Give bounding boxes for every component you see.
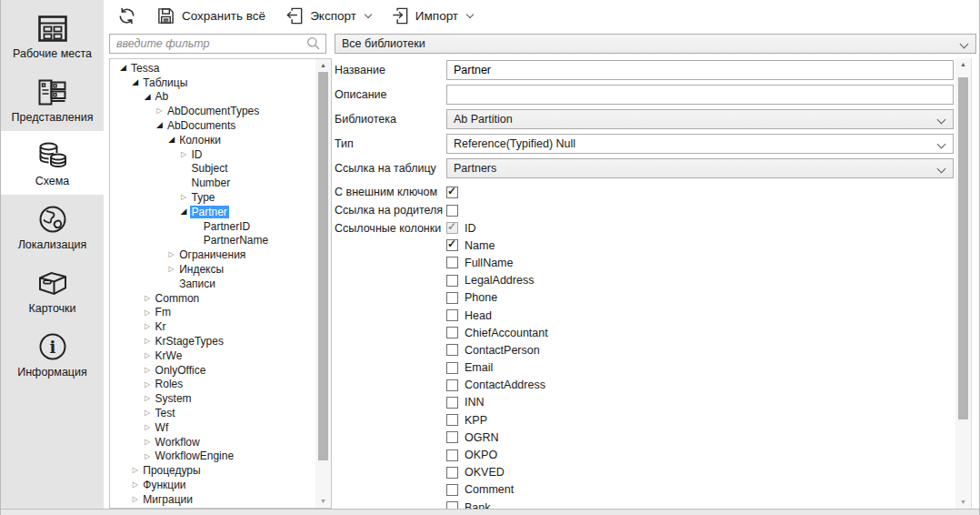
column-checkbox-OKPO[interactable] [446, 449, 458, 461]
scroll-up-icon[interactable]: ▲ [315, 59, 331, 72]
column-option-Name[interactable]: Name [446, 237, 548, 254]
column-option-OKPO[interactable]: OKPO [446, 446, 548, 463]
column-checkbox-Phone[interactable] [446, 292, 458, 304]
column-checkbox-Head[interactable] [446, 309, 458, 321]
expand-icon[interactable]: ▷ [154, 104, 165, 118]
column-option-Email[interactable]: Email [446, 359, 548, 377]
column-option-Comment[interactable]: Comment [446, 481, 548, 499]
table-reference-select[interactable]: Partners [446, 158, 954, 178]
column-checkbox-Email[interactable] [446, 362, 458, 374]
foreign-key-checkbox[interactable] [446, 187, 458, 198]
expand-icon[interactable]: ▷ [165, 247, 177, 262]
sidebar-item-views[interactable]: Представления [1, 67, 104, 131]
type-select[interactable]: Reference(Typified) Null [446, 134, 954, 154]
tree-item-WorkflowEngine[interactable]: ▷WorkflowEngine [110, 449, 315, 464]
column-option-ContactAddress[interactable]: ContactAddress [446, 377, 548, 394]
tree-item-System[interactable]: ▷System [110, 391, 315, 406]
refresh-button[interactable] [117, 6, 136, 25]
tree-item-Wf[interactable]: ▷Wf [110, 420, 315, 435]
column-option-ChiefAccountant[interactable]: ChiefAccountant [446, 324, 548, 341]
tree-item-Test[interactable]: ▷Test [110, 406, 315, 420]
column-checkbox-LegalAddress[interactable] [446, 275, 458, 287]
tree-item-Tessa[interactable]: ◢Tessa [110, 61, 315, 76]
scroll-down-icon[interactable]: ▼ [315, 495, 331, 508]
tree-scrollbar[interactable]: ▲ ▼ [315, 59, 331, 508]
name-input[interactable] [446, 60, 954, 80]
tree-item-Миграции[interactable]: ▷Миграции [110, 492, 315, 507]
tree-item-Колонки[interactable]: ◢Колонки [110, 133, 315, 147]
expand-icon[interactable]: ▷ [142, 406, 154, 420]
export-button[interactable]: Экспорт [285, 6, 371, 25]
description-input[interactable] [446, 85, 954, 105]
filter-input[interactable] [109, 34, 326, 54]
tree-item-Индексы[interactable]: ▷Индексы [110, 262, 315, 277]
tree-item-Number[interactable]: Number [110, 176, 315, 190]
column-option-KPP[interactable]: KPP [446, 411, 548, 429]
save-all-button[interactable]: Сохранить всё [156, 6, 265, 25]
column-checkbox-INN[interactable] [446, 397, 458, 409]
column-checkbox-FullName[interactable] [446, 257, 458, 268]
column-checkbox-Bank[interactable] [446, 501, 458, 509]
column-option-FullName[interactable]: FullName [446, 254, 548, 271]
form-scrollbar-thumb[interactable] [958, 77, 968, 419]
tree-item-Subject[interactable]: Subject [110, 162, 315, 177]
collapse-icon[interactable]: ◢ [117, 61, 129, 76]
collapse-icon[interactable]: ◢ [142, 90, 154, 105]
tree-item-AbDocuments[interactable]: ◢AbDocuments [110, 118, 315, 133]
column-option-ContactPerson[interactable]: ContactPerson [446, 341, 548, 358]
tree-item-Записи[interactable]: Записи [110, 277, 315, 291]
expand-icon[interactable]: ▷ [129, 492, 141, 507]
expand-icon[interactable]: ▷ [165, 262, 177, 277]
library-select[interactable]: Ab Partition [446, 109, 954, 129]
scroll-down-icon[interactable]: ▼ [955, 496, 971, 509]
tree-item-Type[interactable]: ▷Type [110, 190, 315, 205]
scroll-up-icon[interactable]: ▲ [955, 58, 971, 71]
column-checkbox-ContactAddress[interactable] [446, 379, 458, 391]
expand-icon[interactable]: ▷ [178, 147, 190, 162]
column-checkbox-ContactPerson[interactable] [446, 344, 458, 356]
collapse-icon[interactable]: ◢ [129, 76, 141, 90]
column-option-LegalAddress[interactable]: LegalAddress [446, 272, 548, 289]
tree-item-Таблицы[interactable]: ◢Таблицы [110, 76, 315, 90]
tree-item-Ab[interactable]: ◢Ab [110, 90, 315, 105]
collapse-icon[interactable]: ◢ [154, 118, 165, 133]
collapse-icon[interactable]: ◢ [178, 205, 190, 219]
tree-item-Функции[interactable]: ▷Функции [110, 478, 315, 492]
tree-item-ID[interactable]: ▷ID [110, 147, 315, 162]
column-checkbox-Comment[interactable] [446, 484, 458, 496]
tree-item-PartnerID[interactable]: PartnerID [110, 219, 315, 234]
expand-icon[interactable]: ▷ [142, 435, 154, 449]
tree-item-Kr[interactable]: ▷Kr [110, 319, 315, 334]
tree-item-OnlyOffice[interactable]: ▷OnlyOffice [110, 363, 315, 378]
expand-icon[interactable]: ▷ [142, 319, 154, 334]
form-scrollbar[interactable]: ▲ ▼ [955, 58, 971, 509]
tree-item-Partner[interactable]: ◢Partner [110, 205, 315, 219]
tree-item-Roles[interactable]: ▷Roles [110, 378, 315, 392]
column-option-Bank[interactable]: Bank [446, 499, 548, 509]
expand-icon[interactable]: ▷ [142, 306, 154, 320]
column-checkbox-OKVED[interactable] [446, 467, 458, 479]
column-option-INN[interactable]: INN [446, 394, 548, 411]
library-filter-select[interactable]: Все библиотеки [335, 34, 976, 54]
column-option-Phone[interactable]: Phone [446, 289, 548, 307]
expand-icon[interactable]: ▷ [142, 291, 154, 306]
sidebar-item-schema[interactable]: Схема [1, 131, 104, 195]
expand-icon[interactable]: ▷ [142, 420, 154, 435]
import-button[interactable]: Импорт [391, 6, 473, 25]
expand-icon[interactable]: ▷ [142, 363, 154, 378]
tree-item-KrStageTypes[interactable]: ▷KrStageTypes [110, 334, 315, 348]
expand-icon[interactable]: ▷ [129, 463, 141, 478]
tree-item-AbDocumentTypes[interactable]: ▷AbDocumentTypes [110, 104, 315, 118]
column-option-ID[interactable]: ID [446, 219, 548, 237]
expand-icon[interactable]: ▷ [142, 449, 154, 464]
column-option-Head[interactable]: Head [446, 307, 548, 324]
sidebar-item-cards[interactable]: Карточки [1, 258, 104, 322]
column-checkbox-KPP[interactable] [446, 414, 458, 426]
tree-item-Процедуры[interactable]: ▷Процедуры [110, 463, 315, 478]
tree-scrollbar-thumb[interactable] [318, 72, 328, 460]
expand-icon[interactable]: ▷ [142, 348, 154, 363]
column-option-OKVED[interactable]: OKVED [446, 464, 548, 481]
tree-item-Workflow[interactable]: ▷Workflow [110, 435, 315, 449]
tree-item-Common[interactable]: ▷Common [110, 291, 315, 306]
expand-icon[interactable]: ▷ [129, 478, 141, 492]
